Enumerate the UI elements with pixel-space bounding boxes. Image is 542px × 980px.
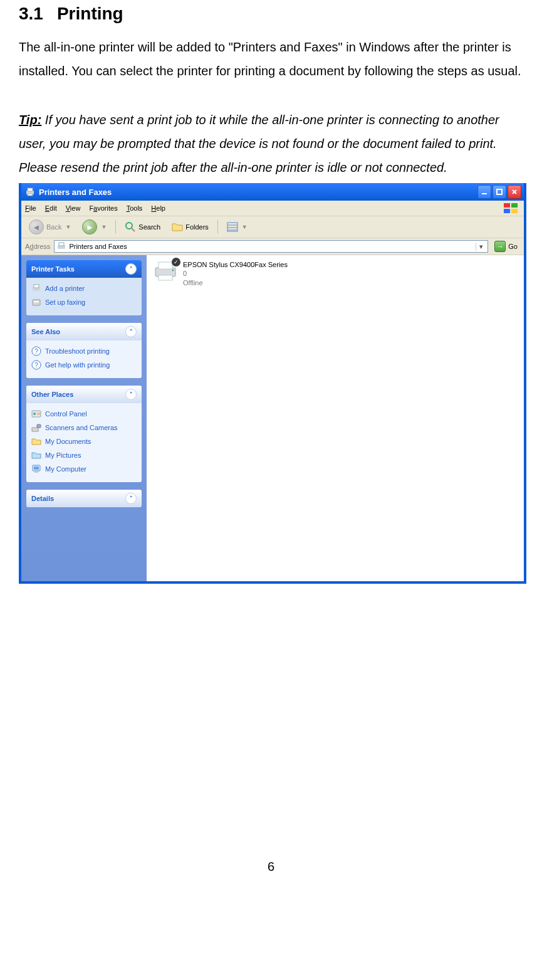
back-arrow-icon: ◄ xyxy=(29,219,44,234)
my-computer-link[interactable]: My Computer xyxy=(31,462,137,476)
expand-icon[interactable]: ˅ xyxy=(125,493,137,504)
go-arrow-icon: → xyxy=(494,241,506,252)
printer-tasks-panel: Printer Tasks ˄ Add a printer Set up fax… xyxy=(26,260,142,315)
other-places-panel: Other Places ˄ Control Panel Scanners an… xyxy=(26,386,142,482)
svg-point-26 xyxy=(33,413,36,415)
troubleshoot-link[interactable]: ? Troubleshoot printing xyxy=(31,344,137,358)
svg-rect-32 xyxy=(34,472,38,473)
printer-queue: 0 xyxy=(183,269,288,278)
panel-header[interactable]: Details ˅ xyxy=(26,490,142,507)
printer-large-icon: ✓ xyxy=(153,260,178,282)
default-check-icon: ✓ xyxy=(172,258,180,266)
my-pictures-link[interactable]: My Pictures xyxy=(31,448,137,462)
svg-rect-34 xyxy=(159,262,172,269)
titlebar[interactable]: Printers and Faxes xyxy=(21,183,524,201)
minimize-button[interactable] xyxy=(477,185,491,199)
help-icon: ? xyxy=(31,360,41,370)
get-help-link[interactable]: ? Get help with printing xyxy=(31,358,137,372)
add-printer-link[interactable]: Add a printer xyxy=(31,282,137,295)
svg-rect-1 xyxy=(28,188,33,191)
address-value: Printers and Faxes xyxy=(69,243,127,250)
computer-icon xyxy=(31,464,41,474)
chevron-down-icon: ▼ xyxy=(242,224,248,230)
toolbar-separator xyxy=(217,220,218,234)
collapse-icon[interactable]: ˄ xyxy=(125,389,137,400)
tip-label: Tip: xyxy=(19,113,41,127)
link-label: Scanners and Cameras xyxy=(45,424,118,431)
printers-icon xyxy=(25,187,35,197)
intro-paragraph: The all-in-one printer will be added to … xyxy=(19,35,523,83)
folders-icon xyxy=(172,221,183,233)
svg-rect-19 xyxy=(33,300,40,305)
address-dropdown-icon[interactable]: ▾ xyxy=(476,243,486,251)
panel-header[interactable]: See Also ˄ xyxy=(26,323,142,340)
my-documents-link[interactable]: My Documents xyxy=(31,435,137,448)
folders-button[interactable]: Folders xyxy=(168,220,212,234)
panel-header[interactable]: Printer Tasks ˄ xyxy=(26,260,142,278)
collapse-icon[interactable]: ˄ xyxy=(125,326,137,337)
control-panel-icon xyxy=(31,409,41,419)
content-area[interactable]: ✓ EPSON Stylus CX9400Fax Series 0 Offlin… xyxy=(147,255,524,581)
scanners-cameras-link[interactable]: Scanners and Cameras xyxy=(31,421,137,435)
link-label: Add a printer xyxy=(45,285,85,292)
details-panel: Details ˅ xyxy=(26,490,142,507)
printer-item[interactable]: ✓ EPSON Stylus CX9400Fax Series 0 Offlin… xyxy=(153,260,518,287)
window-title: Printers and Faxes xyxy=(39,187,112,197)
menu-help[interactable]: Help xyxy=(151,204,165,212)
link-label: My Computer xyxy=(45,465,86,473)
menu-tools[interactable]: Tools xyxy=(127,204,143,212)
close-button[interactable] xyxy=(508,185,521,199)
menubar: File Edit View Favorites Tools Help xyxy=(21,201,524,216)
svg-point-36 xyxy=(172,270,174,271)
link-label: Troubleshoot printing xyxy=(45,347,110,355)
menu-edit[interactable]: Edit xyxy=(45,204,57,212)
svg-rect-31 xyxy=(34,466,39,470)
svg-text:?: ? xyxy=(34,362,38,369)
go-label: Go xyxy=(508,243,518,250)
svg-rect-6 xyxy=(511,203,518,208)
printer-icon xyxy=(31,283,41,293)
menu-file[interactable]: File xyxy=(25,204,36,212)
link-label: Control Panel xyxy=(45,410,87,418)
go-button[interactable]: → Go xyxy=(492,241,520,252)
client-area: Printer Tasks ˄ Add a printer Set up fax… xyxy=(21,255,524,581)
section-heading: 3.1Printing xyxy=(19,4,523,24)
svg-line-10 xyxy=(132,228,135,231)
link-label: My Pictures xyxy=(45,451,81,459)
scanner-camera-icon xyxy=(31,423,41,433)
panel-header[interactable]: Other Places ˄ xyxy=(26,386,142,403)
collapse-icon[interactable]: ˄ xyxy=(125,263,137,275)
setup-faxing-link[interactable]: Set up faxing xyxy=(31,295,137,309)
folder-icon xyxy=(31,436,41,446)
taskpane: Printer Tasks ˄ Add a printer Set up fax… xyxy=(21,255,147,581)
printer-label-block: EPSON Stylus CX9400Fax Series 0 Offline xyxy=(183,260,288,287)
address-label: Address xyxy=(25,243,50,250)
tip-text: If you have sent a print job to it while… xyxy=(19,113,499,174)
panel-title: See Also xyxy=(31,328,60,335)
svg-rect-2 xyxy=(28,194,33,196)
control-panel-link[interactable]: Control Panel xyxy=(31,407,137,421)
window-buttons xyxy=(477,185,521,199)
back-button[interactable]: ◄ Back ▼ xyxy=(25,218,75,236)
printers-faxes-window: Printers and Faxes File Edit View Favori… xyxy=(19,183,526,584)
toolbar: ◄ Back ▼ ► ▼ Search Folders ▼ xyxy=(21,216,524,238)
toolbar-separator xyxy=(115,220,116,234)
svg-rect-18 xyxy=(34,285,39,288)
views-button[interactable]: ▼ xyxy=(223,220,251,234)
svg-rect-3 xyxy=(482,193,487,194)
menu-favorites[interactable]: Favorites xyxy=(89,204,117,212)
svg-point-9 xyxy=(126,223,132,229)
maximize-button[interactable] xyxy=(492,185,506,199)
search-label: Search xyxy=(138,223,160,231)
address-field[interactable]: Printers and Faxes ▾ xyxy=(54,240,488,253)
forward-button[interactable]: ► ▼ xyxy=(78,218,110,236)
search-button[interactable]: Search xyxy=(121,220,164,234)
search-icon xyxy=(125,221,136,233)
page-number: 6 xyxy=(19,860,523,874)
forward-arrow-icon: ► xyxy=(82,219,97,234)
svg-rect-8 xyxy=(511,209,518,213)
menu-view[interactable]: View xyxy=(66,204,81,212)
svg-rect-35 xyxy=(159,275,172,280)
back-label: Back xyxy=(46,223,61,231)
section-title: Printing xyxy=(57,4,123,23)
